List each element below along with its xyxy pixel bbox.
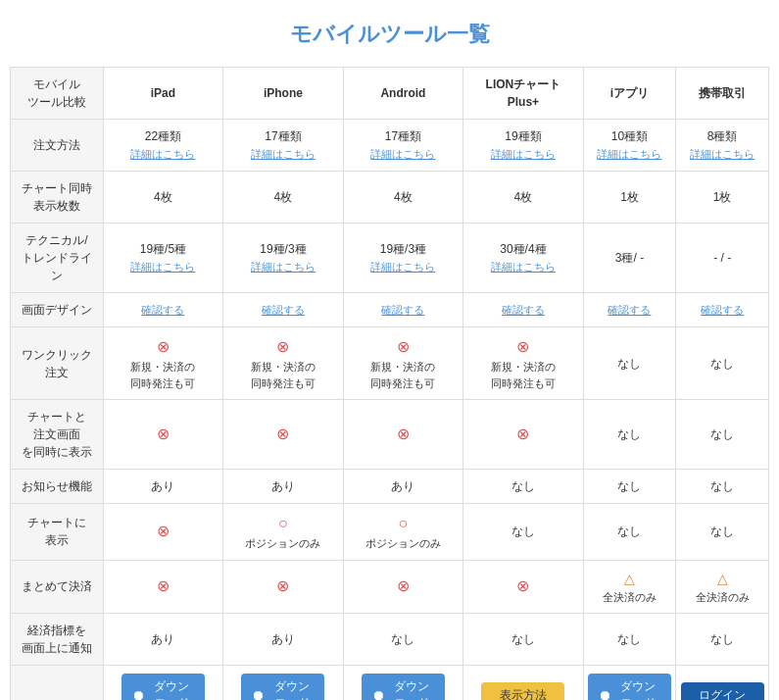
cell-chartcount-ipad: 4枚 — [103, 172, 223, 224]
table-row: まとめて決済 ⊗ ⊗ ⊗ ⊗ △ 全決済のみ △ — [11, 560, 769, 614]
cell-notif-ipad: あり — [103, 470, 223, 504]
red-circle-icon: ⊗ — [516, 425, 529, 442]
download-button-iapp[interactable]: ⏺ ダウンロード — [588, 674, 671, 700]
table-row: 注文方法 22種類 詳細はこちら 17種類 詳細はこちら 17種類 詳細はこちら… — [11, 120, 769, 172]
table-row: チャート同時 表示枚数 4枚 4枚 4枚 4枚 1枚 1枚 — [11, 172, 769, 224]
cell-bulk-android: ⊗ — [343, 560, 463, 614]
row-label-bulk: まとめて決済 — [11, 560, 104, 614]
cell-eco-iphone: あり — [223, 614, 344, 666]
link-order-keitai[interactable]: 詳細はこちら — [690, 148, 755, 160]
link-tech-ipad[interactable]: 詳細はこちら — [130, 261, 195, 273]
download-dot-icon: ⏺ — [131, 687, 145, 700]
red-circle-icon: ⊗ — [397, 425, 410, 442]
cell-bulk-iphone: ⊗ — [223, 560, 344, 614]
download-dot-icon: ⏺ — [371, 687, 385, 700]
cell-chartcount-lion: 4枚 — [463, 172, 584, 224]
link-screen-iapp[interactable]: 確認する — [608, 304, 651, 316]
link-screen-ipad[interactable]: 確認する — [141, 304, 184, 316]
table-row: ワンクリック 注文 ⊗ 新規・決済の 同時発注も可 ⊗ 新規・決済の 同時発注も… — [11, 327, 769, 400]
cell-bulk-keitai: △ 全決済のみ — [676, 560, 769, 614]
link-tech-lion[interactable]: 詳細はこちら — [491, 261, 556, 273]
cell-oneclick-iphone: ⊗ 新規・決済の 同時発注も可 — [223, 327, 344, 400]
link-order-ipad[interactable]: 詳細はこちら — [130, 148, 195, 160]
footer-cell-android: ⏺ ダウンロード マニュアル — [343, 666, 463, 701]
download-button-iphone[interactable]: ⏺ ダウンロード — [241, 674, 324, 700]
cell-tech-iapp: 3種/ - — [583, 224, 676, 293]
red-circle-icon: ⊗ — [276, 425, 289, 442]
cell-chartdisp-keitai: なし — [676, 504, 769, 561]
table-row: テクニカル/ トレンドライン 19種/5種 詳細はこちら 19種/3種 詳細はこ… — [11, 224, 769, 293]
link-order-iapp[interactable]: 詳細はこちら — [597, 148, 661, 160]
footer-cell-iphone: ⏺ ダウンロード マニュアル — [223, 666, 344, 701]
cell-screen-keitai: 確認する — [676, 293, 769, 327]
table-row: 経済指標を 画面上に通知 あり あり なし なし なし なし — [11, 614, 769, 666]
hollow-circle-icon: ○ — [349, 512, 459, 535]
footer-label-cell — [11, 666, 104, 701]
cell-tech-iphone: 19種/3種 詳細はこちら — [223, 224, 344, 293]
link-screen-lion[interactable]: 確認する — [502, 304, 545, 316]
col-header-ipad: iPad — [103, 68, 223, 120]
link-screen-android[interactable]: 確認する — [381, 304, 424, 316]
cell-chartorder-iphone: ⊗ — [223, 400, 344, 470]
footer-cell-lion: 表示方法 マニュアル — [463, 666, 584, 701]
cell-screen-android: 確認する — [343, 293, 463, 327]
cell-order-android: 17種類 詳細はこちら — [343, 120, 463, 172]
cell-oneclick-iapp: なし — [583, 327, 676, 400]
row-label-chart-display: チャートに 表示 — [11, 504, 104, 561]
cell-screen-iapp: 確認する — [583, 293, 676, 327]
login-button-keitai[interactable]: ログイン — [681, 682, 764, 701]
red-circle-icon: ⊗ — [157, 577, 170, 594]
download-button-android[interactable]: ⏺ ダウンロード — [362, 674, 445, 700]
cell-chartorder-iapp: なし — [583, 400, 676, 470]
link-tech-iphone[interactable]: 詳細はこちら — [251, 261, 316, 273]
cell-screen-iphone: 確認する — [223, 293, 344, 327]
row-label-chart-count: チャート同時 表示枚数 — [11, 172, 104, 224]
red-circle-icon: ⊗ — [516, 577, 529, 594]
red-circle-icon: ⊗ — [157, 425, 170, 442]
col-header-iapp: iアプリ — [583, 68, 676, 120]
cell-tech-android: 19種/3種 詳細はこちら — [343, 224, 463, 293]
cell-notif-lion: なし — [463, 470, 584, 504]
row-label-chart-order: チャートと 注文画面 を同時に表示 — [11, 400, 104, 470]
red-circle-icon: ⊗ — [468, 335, 578, 359]
download-dot-icon: ⏺ — [598, 687, 611, 700]
download-button-ipad[interactable]: ⏺ ダウンロード — [122, 674, 205, 700]
red-circle-icon: ⊗ — [109, 335, 219, 359]
cell-oneclick-keitai: なし — [676, 327, 769, 400]
cell-order-lion: 19種類 詳細はこちら — [463, 120, 584, 172]
row-label-order: 注文方法 — [11, 120, 104, 172]
page-title: モバイルツール一覧 — [10, 20, 769, 49]
link-screen-iphone[interactable]: 確認する — [262, 304, 305, 316]
cell-chartcount-iapp: 1枚 — [583, 172, 676, 224]
link-screen-keitai[interactable]: 確認する — [701, 304, 744, 316]
cell-tech-lion: 30種/4種 詳細はこちら — [463, 224, 584, 293]
col-header-keitai: 携帯取引 — [676, 68, 769, 120]
footer-cell-ipad: ⏺ ダウンロード マニュアル — [103, 666, 223, 701]
cell-screen-ipad: 確認する — [103, 293, 223, 327]
table-row: 画面デザイン 確認する 確認する 確認する 確認する 確認する 確認する — [11, 293, 769, 327]
footer-cell-keitai: ログイン マニュアル — [676, 666, 769, 701]
cell-order-ipad: 22種類 詳細はこちら — [103, 120, 223, 172]
cell-tech-keitai: - / - — [676, 224, 769, 293]
table-row: お知らせ機能 あり あり あり なし なし なし — [11, 470, 769, 504]
cell-chartdisp-ipad: ⊗ — [103, 504, 223, 561]
display-button-lion[interactable]: 表示方法 — [481, 682, 564, 701]
link-tech-android[interactable]: 詳細はこちら — [370, 261, 435, 273]
cell-chartorder-keitai: なし — [676, 400, 769, 470]
cell-chartorder-android: ⊗ — [343, 400, 463, 470]
cell-order-iphone: 17種類 詳細はこちら — [223, 120, 344, 172]
cell-chartdisp-iapp: なし — [583, 504, 676, 561]
cell-notif-android: あり — [343, 470, 463, 504]
link-order-android[interactable]: 詳細はこちら — [370, 148, 435, 160]
link-order-lion[interactable]: 詳細はこちら — [491, 148, 556, 160]
table-row: チャートに 表示 ⊗ ○ ポジションのみ ○ ポジションのみ なし なし なし — [11, 504, 769, 561]
cell-bulk-ipad: ⊗ — [103, 560, 223, 614]
link-order-iphone[interactable]: 詳細はこちら — [251, 148, 316, 160]
col-header-iphone: iPhone — [223, 68, 344, 120]
cell-chartcount-android: 4枚 — [343, 172, 463, 224]
cell-oneclick-android: ⊗ 新規・決済の 同時発注も可 — [343, 327, 463, 400]
cell-chartcount-iphone: 4枚 — [223, 172, 344, 224]
row-label-oneclick: ワンクリック 注文 — [11, 327, 104, 400]
row-label-economic: 経済指標を 画面上に通知 — [11, 614, 104, 666]
cell-notif-iapp: なし — [583, 470, 676, 504]
